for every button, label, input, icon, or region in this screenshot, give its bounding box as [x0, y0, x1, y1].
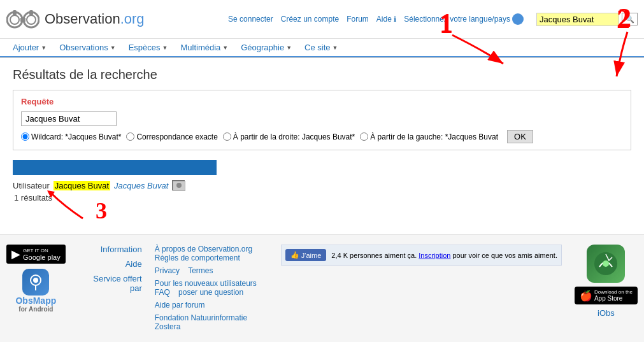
result-user-line: Utilisateur Jacques Buvat Jacques Buvat	[13, 180, 631, 190]
download-on-text: Download on the	[594, 289, 633, 295]
search-input[interactable]	[536, 13, 619, 26]
info-label: Information	[78, 245, 142, 254]
nav-bar: Ajouter ▼ Observations ▼ Espèces ▼ Multi…	[0, 39, 644, 57]
arrow-3-svg: 3	[32, 187, 134, 225]
iobs-label: iObs	[597, 308, 615, 318]
header-top-links: Se connecter Créez un compte Forum Aide …	[228, 13, 638, 26]
nav-ce-site[interactable]: Ce site ▼	[298, 39, 344, 56]
lang-selector[interactable]: Sélectionnez votre langue/pays	[404, 13, 524, 25]
aide-label: Aide	[78, 259, 142, 269]
radio-gauche-input[interactable]	[360, 132, 368, 141]
header: Observation.org Se connecter Créez un co…	[0, 0, 644, 58]
radio-options: Wildcard: *Jacques Buvat* Correspondance…	[21, 130, 623, 143]
radio-droite[interactable]: À partir de la droite: Jacques Buvat*	[223, 132, 355, 141]
search-button[interactable]: 🔍	[622, 13, 638, 25]
nav-observations[interactable]: Observations ▼	[53, 39, 122, 56]
main-content: Résultats de la recherche Requête Wildca…	[0, 58, 644, 234]
footer-links-row-5: Fondation Natuurinformatie Zostera	[155, 313, 268, 331]
nav-observations-arrow: ▼	[110, 45, 116, 51]
link-creer-compte[interactable]: Créez un compte	[281, 15, 339, 24]
obsmapp-icon-svg	[26, 273, 45, 292]
fb-like-button[interactable]: 👍 J'aime	[285, 249, 326, 261]
fb-like-box: 👍 J'aime 2,4 K personnes aiment ça. Insc…	[281, 245, 562, 266]
appstore-button[interactable]: 🍎 Download on the App Store	[575, 287, 638, 304]
link-privacy[interactable]: Privacy	[155, 266, 180, 275]
play-icon: ▶	[11, 247, 20, 261]
radio-exacte[interactable]: Correspondance exacte	[126, 132, 217, 141]
nav-geographie[interactable]: Géographie ▼	[234, 39, 298, 56]
footer: ▶ GET IT ON Google play ObsMapp for Andr…	[0, 234, 644, 342]
link-fondation[interactable]: Fondation Natuurinformatie	[155, 313, 247, 322]
link-terms[interactable]: Termes	[188, 266, 213, 275]
link-aide[interactable]: Aide ℹ	[376, 15, 396, 24]
obsmapp-icon	[22, 269, 49, 296]
apple-icon: 🍎	[580, 290, 592, 302]
nav-ce-site-arrow: ▼	[333, 45, 338, 51]
link-ask[interactable]: poser une question	[178, 288, 243, 297]
nav-especes-arrow: ▼	[162, 45, 168, 51]
svg-rect-7	[20, 18, 25, 22]
aide-info-icon: ℹ	[394, 15, 396, 23]
footer-links-row-1: À propos de Observation.org Règles de co…	[155, 245, 268, 262]
nav-multimedia-arrow: ▼	[222, 45, 228, 51]
nav-multimedia[interactable]: Multimédia ▼	[174, 39, 234, 56]
iobs-icon-svg	[593, 251, 619, 276]
link-zostera[interactable]: Zostera	[155, 322, 181, 331]
results-count: 1 résultats	[14, 193, 631, 203]
footer-app-col: ▶ GET IT ON Google play ObsMapp for Andr…	[6, 245, 66, 313]
footer-iobs-col: 🍎 Download on the App Store iObs	[575, 245, 638, 318]
logo-org: .org	[120, 11, 145, 27]
svg-point-12	[176, 183, 182, 188]
footer-fb-col: 👍 J'aime 2,4 K personnes aiment ça. Insc…	[281, 245, 562, 266]
svg-point-6	[27, 15, 36, 24]
link-forum[interactable]: Forum	[347, 15, 369, 24]
fb-thumbs-icon: 👍	[290, 251, 299, 259]
link-se-connecter[interactable]: Se connecter	[228, 15, 273, 24]
logo-name: Observation	[45, 11, 120, 27]
footer-links-row-2: Privacy Termes	[155, 266, 268, 275]
link-new-users[interactable]: Pour les nouveaux utilisateurs	[155, 279, 257, 288]
footer-info-col: Information Aide Service offertpar	[78, 245, 142, 293]
radio-wildcard-input[interactable]	[21, 132, 29, 141]
app-store-text: App Store	[594, 295, 633, 302]
requete-box: Requête Wildcard: *Jacques Buvat* Corres…	[13, 90, 631, 150]
link-faq[interactable]: FAQ	[155, 288, 170, 297]
for-android-label: for Android	[18, 306, 53, 313]
footer-links-row-3: Pour les nouveaux utilisateurs FAQ poser…	[155, 279, 268, 297]
logo-area[interactable]: Observation.org	[6, 4, 145, 34]
nav-geographie-arrow: ▼	[286, 45, 292, 51]
link-about[interactable]: À propos de Observation.org	[155, 245, 252, 253]
link-aide-forum[interactable]: Aide par forum	[155, 301, 205, 310]
svg-rect-8	[13, 10, 17, 15]
logo-text: Observation.org	[45, 11, 145, 27]
svg-point-16	[33, 278, 38, 283]
header-top: Observation.org Se connecter Créez un co…	[0, 0, 644, 39]
search-bar-area: 🔍	[536, 13, 638, 26]
search-query-input[interactable]	[21, 111, 117, 126]
nav-especes[interactable]: Espèces ▼	[122, 39, 175, 56]
nav-ajouter[interactable]: Ajouter ▼	[6, 39, 53, 56]
fb-text: 2,4 K personnes aiment ça. Inscription p…	[331, 252, 557, 259]
iobs-icon	[587, 245, 625, 283]
obsmapp-logo: ObsMapp for Android	[15, 269, 56, 313]
radio-wildcard[interactable]: Wildcard: *Jacques Buvat*	[21, 132, 121, 141]
radio-droite-input[interactable]	[223, 132, 231, 141]
radio-gauche[interactable]: À partir de la gauche: *Jacques Buvat	[360, 132, 498, 141]
user-link[interactable]: Jacques Buvat	[114, 181, 168, 190]
annotation-3-area: 1 résultats 3	[13, 193, 631, 225]
get-it-on-text: GET IT ON	[23, 248, 61, 253]
user-highlight: Jacques Buvat	[54, 181, 110, 190]
svg-point-18	[603, 260, 609, 267]
fb-inscription-link[interactable]: Inscription	[419, 252, 450, 259]
google-play-text: Google play	[23, 253, 61, 261]
google-play-button[interactable]: ▶ GET IT ON Google play	[6, 245, 66, 264]
requete-label: Requête	[21, 97, 623, 106]
ok-button[interactable]: OK	[507, 130, 533, 143]
page-title: Résultats de la recherche	[13, 68, 631, 82]
nav-ajouter-arrow: ▼	[41, 45, 47, 51]
obsmapp-label: ObsMapp	[15, 296, 56, 306]
binoculars-icon	[6, 4, 39, 34]
svg-point-4	[10, 15, 19, 24]
radio-exacte-input[interactable]	[126, 132, 134, 141]
link-rules[interactable]: Règles de comportement	[155, 253, 240, 262]
